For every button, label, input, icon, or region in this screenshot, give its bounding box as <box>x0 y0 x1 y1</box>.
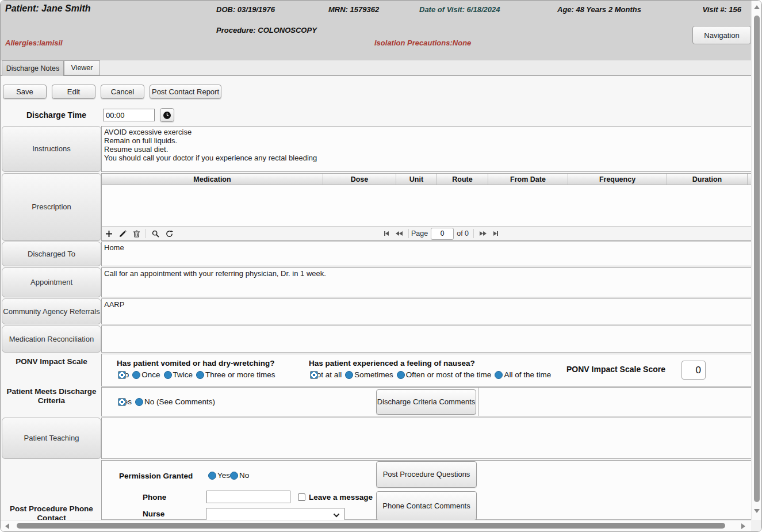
edit-icon[interactable] <box>118 229 127 238</box>
clock-icon <box>163 111 171 120</box>
community-agency-panel[interactable]: AARP <box>101 298 752 324</box>
scroll-left-icon[interactable] <box>5 523 9 529</box>
appointment-panel[interactable]: Call for an appointment with your referr… <box>101 267 752 297</box>
radio-selected-icon[interactable] <box>118 371 126 379</box>
radio-option[interactable]: Three or more times <box>196 370 275 379</box>
section-label-instructions[interactable]: Instructions <box>2 126 101 172</box>
medication-reconciliation-text <box>102 326 752 328</box>
radio-option[interactable]: Once <box>132 370 160 379</box>
prescription-grid-body[interactable] <box>102 185 752 227</box>
last-page-icon[interactable] <box>493 231 498 236</box>
page-number-input[interactable] <box>431 228 454 240</box>
discharge-criteria-options: Yes No (See Comments) <box>118 397 219 406</box>
radio-icon[interactable] <box>230 472 238 480</box>
discharge-time-input[interactable] <box>103 109 155 121</box>
instructions-panel[interactable]: AVOID excessive exercise Remain on full … <box>101 126 752 172</box>
cancel-button[interactable]: Cancel <box>101 85 144 99</box>
horizontal-scrollbar-thumb[interactable] <box>17 523 725 529</box>
column-header-medication[interactable]: Medication <box>102 174 323 185</box>
refresh-icon[interactable] <box>165 229 173 238</box>
radio-option[interactable]: No (See Comments) <box>135 397 215 406</box>
edit-button[interactable]: Edit <box>52 85 95 99</box>
isolation-precautions-label: Isolation Precautions:None <box>374 39 471 47</box>
radio-selected-icon[interactable] <box>310 371 318 379</box>
column-header-from-date[interactable]: From Date <box>488 174 568 185</box>
radio-option[interactable]: Not at all <box>310 370 342 379</box>
phone-label: Phone <box>143 493 166 502</box>
radio-icon[interactable] <box>135 398 143 406</box>
toolbar-separator <box>145 229 146 238</box>
discharged-to-panel[interactable]: Home <box>101 242 752 266</box>
radio-icon[interactable] <box>397 371 405 379</box>
first-page-icon[interactable] <box>384 231 389 236</box>
radio-icon[interactable] <box>495 371 503 379</box>
radio-option[interactable]: Sometimes <box>345 370 393 379</box>
scroll-down-icon[interactable] <box>754 509 760 513</box>
tab-viewer[interactable]: Viewer <box>64 60 100 75</box>
radio-option[interactable]: No <box>230 471 249 480</box>
search-icon[interactable] <box>151 229 159 238</box>
post-procedure-questions-button[interactable]: Post Procedure Questions <box>376 461 477 488</box>
vertical-scrollbar-thumb[interactable] <box>754 16 760 502</box>
radio-icon[interactable] <box>132 371 140 379</box>
discharge-time-clock-button[interactable] <box>160 108 174 122</box>
ponv-score-input[interactable]: 0 <box>681 361 706 380</box>
prescription-grid-header: Medication Dose Unit Route From Date Fre… <box>102 174 752 185</box>
section-label-medication-reconciliation[interactable]: Medication Reconciliation <box>2 326 101 353</box>
section-label-appointment[interactable]: Appointment <box>2 267 101 297</box>
scroll-up-icon[interactable] <box>754 5 760 9</box>
vertical-scrollbar[interactable] <box>751 1 761 520</box>
discharge-time-label: Discharge Time <box>26 110 86 120</box>
column-header-dose[interactable]: Dose <box>323 174 396 185</box>
column-header-duration[interactable]: Duration <box>667 174 748 185</box>
radio-option[interactable]: No <box>118 370 129 379</box>
column-header-unit[interactable]: Unit <box>396 174 437 185</box>
section-label-discharged-to[interactable]: Discharged To <box>2 242 101 266</box>
prescription-pager: Page of 0 <box>381 227 501 240</box>
tab-discharge-notes[interactable]: Discharge Notes <box>2 60 64 76</box>
patient-teaching-panel[interactable] <box>101 418 752 459</box>
section-label-ponv-impact-scale: PONV Impact Scale <box>2 357 101 369</box>
section-label-community-agency-referrals[interactable]: Community Agency Referrals <box>2 298 101 324</box>
date-of-visit: Date of Visit: 6/18/2024 <box>419 5 500 14</box>
leave-message-checkbox[interactable] <box>298 493 305 501</box>
patient-name: Patient: Jane Smith <box>5 3 90 14</box>
navigation-button[interactable]: Navigation <box>692 26 751 44</box>
section-label-patient-teaching[interactable]: Patient Teaching <box>2 418 101 459</box>
section-label-prescription[interactable]: Prescription <box>2 173 101 241</box>
radio-option[interactable]: All of the time <box>495 370 551 379</box>
radio-option[interactable]: Often or most of the time <box>397 370 492 379</box>
page-of-label: of 0 <box>457 229 469 238</box>
radio-icon[interactable] <box>164 371 172 379</box>
nurse-label: Nurse <box>143 510 164 518</box>
permission-granted-label: Permission Granted <box>119 472 193 480</box>
patient-dob: DOB: 03/19/1976 <box>216 5 275 14</box>
patient-header: Patient: Jane Smith DOB: 03/19/1976 MRN:… <box>1 1 761 61</box>
phone-contact-panel: Permission Granted Yes No Phone Leave a … <box>101 460 752 520</box>
column-header-route[interactable]: Route <box>437 174 488 185</box>
prev-page-icon[interactable] <box>396 231 403 236</box>
radio-icon[interactable] <box>196 371 204 379</box>
appointment-text: Call for an appointment with your referr… <box>102 268 752 279</box>
patient-teaching-text <box>102 418 752 420</box>
column-header-frequency[interactable]: Frequency <box>568 174 667 185</box>
radio-icon[interactable] <box>345 371 353 379</box>
radio-selected-icon[interactable] <box>118 398 126 406</box>
medication-reconciliation-panel[interactable] <box>101 326 752 353</box>
phone-input[interactable] <box>206 491 290 503</box>
radio-icon[interactable] <box>208 472 216 480</box>
delete-icon[interactable] <box>132 229 140 238</box>
phone-contact-comments-button[interactable]: Phone Contact Comments <box>376 491 477 520</box>
post-contact-report-button[interactable]: Post Contact Report <box>150 85 221 99</box>
scroll-right-icon[interactable] <box>741 523 745 529</box>
leave-message-label: Leave a message <box>309 493 373 502</box>
radio-option[interactable]: Yes <box>208 471 230 480</box>
radio-option[interactable]: Yes <box>118 397 132 406</box>
chevron-down-icon <box>333 513 340 518</box>
radio-option[interactable]: Twice <box>164 370 193 379</box>
add-icon[interactable] <box>105 229 113 238</box>
horizontal-scrollbar[interactable] <box>1 520 752 531</box>
save-button[interactable]: Save <box>3 85 47 99</box>
next-page-icon[interactable] <box>480 231 487 236</box>
discharge-criteria-comments-button[interactable]: Discharge Criteria Comments <box>376 389 476 415</box>
